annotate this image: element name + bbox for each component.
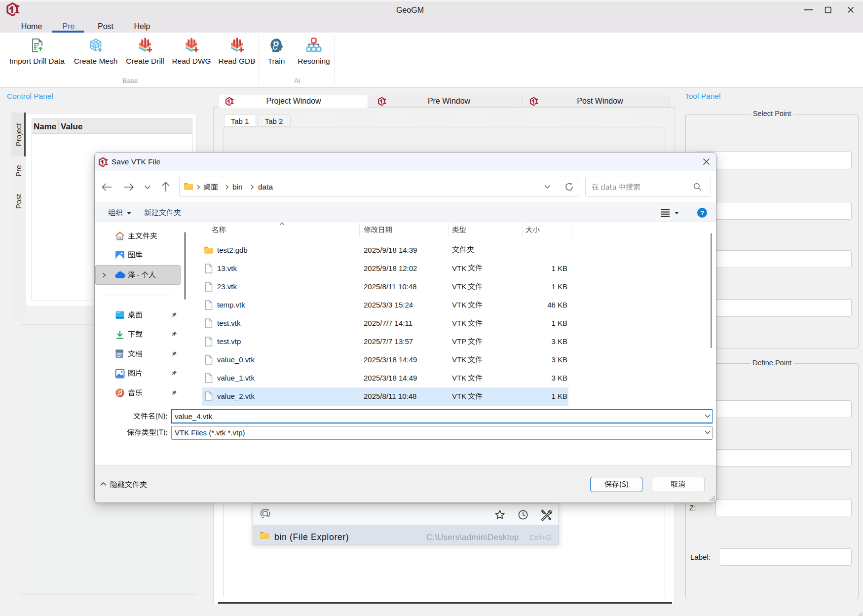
svg-text:?: ?: [700, 209, 704, 217]
